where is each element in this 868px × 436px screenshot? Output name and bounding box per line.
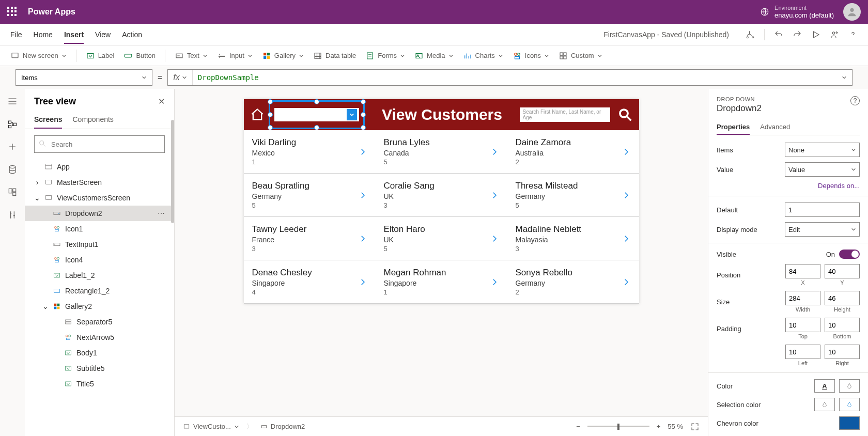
depends-on-link[interactable]: Depends on... xyxy=(818,182,860,190)
gallery-dropdown[interactable]: Gallery xyxy=(262,51,304,60)
datatable-button[interactable]: Data table xyxy=(313,51,356,60)
sel-fill-color-picker[interactable] xyxy=(839,398,860,411)
gallery-item[interactable]: Elton HaroUK5 xyxy=(376,217,507,260)
help-icon[interactable]: ? xyxy=(850,96,860,105)
tree-item[interactable]: ›MasterScreen xyxy=(25,175,174,190)
tree-view-icon[interactable] xyxy=(7,119,18,129)
tree-item[interactable]: Dropdown2⋯ xyxy=(25,206,174,221)
gallery-item[interactable]: Megan RohmanSingapore1 xyxy=(376,260,507,303)
app-preview[interactable]: View Customers Search First Name, Last N… xyxy=(244,99,639,304)
help-icon[interactable] xyxy=(848,30,858,39)
share-icon[interactable] xyxy=(830,30,839,39)
tree-item[interactable]: Subtitle5 xyxy=(25,361,174,376)
control-name[interactable]: Dropdown2 xyxy=(717,103,860,114)
items-dropdown[interactable]: None xyxy=(785,143,860,157)
chevron-right-icon[interactable] xyxy=(622,277,631,287)
tree-item[interactable]: NextArrow5 xyxy=(25,330,174,345)
scrollbar[interactable] xyxy=(171,120,174,223)
gallery-item[interactable]: Tawny LeederFrance3 xyxy=(244,217,376,260)
preview-search[interactable]: Search First Name, Last Name, or Age xyxy=(520,107,610,122)
hamburger-icon[interactable] xyxy=(7,96,18,106)
height-input[interactable] xyxy=(825,291,860,305)
gallery-item[interactable]: Thresa MilsteadGermany5 xyxy=(507,174,639,216)
media-panel-icon[interactable] xyxy=(7,187,18,197)
chevron-right-icon[interactable] xyxy=(622,234,631,243)
undo-icon[interactable] xyxy=(774,30,783,39)
default-input[interactable] xyxy=(785,203,860,217)
button-button[interactable]: Button xyxy=(123,51,156,60)
chevron-right-icon[interactable] xyxy=(490,147,499,157)
gallery-item[interactable]: Daine ZamoraAustralia2 xyxy=(507,130,639,173)
label-button[interactable]: Label xyxy=(86,51,115,60)
tab-advanced[interactable]: Advanced xyxy=(760,120,790,135)
app-launcher-icon[interactable] xyxy=(7,7,18,17)
tab-properties[interactable]: Properties xyxy=(717,120,750,135)
app-checker-icon[interactable] xyxy=(746,30,755,39)
fill-color-picker[interactable] xyxy=(839,379,860,393)
pad-left-input[interactable] xyxy=(785,345,820,359)
text-dropdown[interactable]: Text xyxy=(175,51,208,60)
forms-dropdown[interactable]: Forms xyxy=(365,51,405,60)
tree-item[interactable]: Title5 xyxy=(25,376,174,392)
chevron-right-icon[interactable] xyxy=(358,191,367,200)
search-icon[interactable] xyxy=(617,107,633,122)
tree-search[interactable] xyxy=(34,135,165,153)
visible-toggle[interactable] xyxy=(839,250,860,259)
close-icon[interactable]: ✕ xyxy=(158,97,165,106)
chevron-right-icon[interactable] xyxy=(490,277,499,287)
advanced-tools-icon[interactable] xyxy=(7,210,18,220)
gallery-item[interactable]: Coralie SangUK3 xyxy=(376,174,507,216)
tree-item[interactable]: Icon4 xyxy=(25,252,174,268)
tree-item[interactable]: Rectangle1_2 xyxy=(25,283,174,299)
user-avatar[interactable] xyxy=(843,3,861,21)
tab-screens[interactable]: Screens xyxy=(34,111,62,129)
chevron-right-icon[interactable] xyxy=(490,191,499,200)
menu-view[interactable]: View xyxy=(95,25,111,44)
icons-dropdown[interactable]: Icons xyxy=(513,51,549,60)
gallery-item[interactable]: Beau SpratlingGermany5 xyxy=(244,174,376,216)
zoom-in[interactable]: + xyxy=(657,423,661,430)
pos-y-input[interactable] xyxy=(825,264,860,278)
chevron-right-icon[interactable] xyxy=(622,191,631,200)
formula-input[interactable]: fx DropDownSample xyxy=(167,69,853,86)
chevron-right-icon[interactable] xyxy=(358,147,367,157)
pad-top-input[interactable] xyxy=(785,318,820,332)
chevron-right-icon[interactable] xyxy=(490,234,499,243)
tree-item[interactable]: Separator5 xyxy=(25,314,174,330)
custom-dropdown[interactable]: Custom xyxy=(559,51,602,60)
gallery-item[interactable]: Madaline NeblettMalayasia3 xyxy=(507,217,639,260)
media-dropdown[interactable]: Media xyxy=(414,51,453,60)
menu-action[interactable]: Action xyxy=(122,25,142,44)
value-dropdown[interactable]: Value xyxy=(785,162,860,177)
menu-file[interactable]: File xyxy=(10,25,22,44)
tree-item[interactable]: Label1_2 xyxy=(25,268,174,283)
chevron-right-icon[interactable] xyxy=(622,147,631,157)
tab-components[interactable]: Components xyxy=(72,111,113,129)
displaymode-dropdown[interactable]: Edit xyxy=(785,222,860,237)
gallery-item[interactable]: Bruna LylesCanada5 xyxy=(376,130,507,173)
tree-item[interactable]: Body1 xyxy=(25,345,174,361)
tree-item[interactable]: App xyxy=(25,159,174,175)
home-icon[interactable] xyxy=(250,107,265,122)
tree-item[interactable]: Icon1 xyxy=(25,221,174,237)
redo-icon[interactable] xyxy=(793,30,802,39)
chevron-right-icon[interactable] xyxy=(358,234,367,243)
menu-home[interactable]: Home xyxy=(34,25,53,44)
tree-item[interactable]: ⌄Gallery2 xyxy=(25,299,174,314)
sel-font-color-picker[interactable] xyxy=(814,398,835,411)
pos-x-input[interactable] xyxy=(785,264,820,278)
new-screen-button[interactable]: New screen xyxy=(10,51,67,60)
chev-color-picker[interactable] xyxy=(839,416,860,430)
width-input[interactable] xyxy=(785,291,820,305)
menu-insert[interactable]: Insert xyxy=(64,25,84,44)
selected-dropdown-control[interactable] xyxy=(269,100,365,129)
input-dropdown[interactable]: Input xyxy=(217,51,253,60)
gallery-item[interactable]: Sonya RebelloGermany2 xyxy=(507,260,639,303)
tree-item[interactable]: TextInput1 xyxy=(25,237,174,252)
fit-to-window-icon[interactable] xyxy=(690,422,700,431)
property-selector[interactable]: Items xyxy=(16,69,152,86)
chevron-right-icon[interactable] xyxy=(358,277,367,287)
pad-right-input[interactable] xyxy=(825,345,860,359)
gallery-item[interactable]: Denae ChesleySingapore4 xyxy=(244,260,376,303)
environment-picker[interactable]: Environment enayu.com (default) xyxy=(760,5,834,20)
